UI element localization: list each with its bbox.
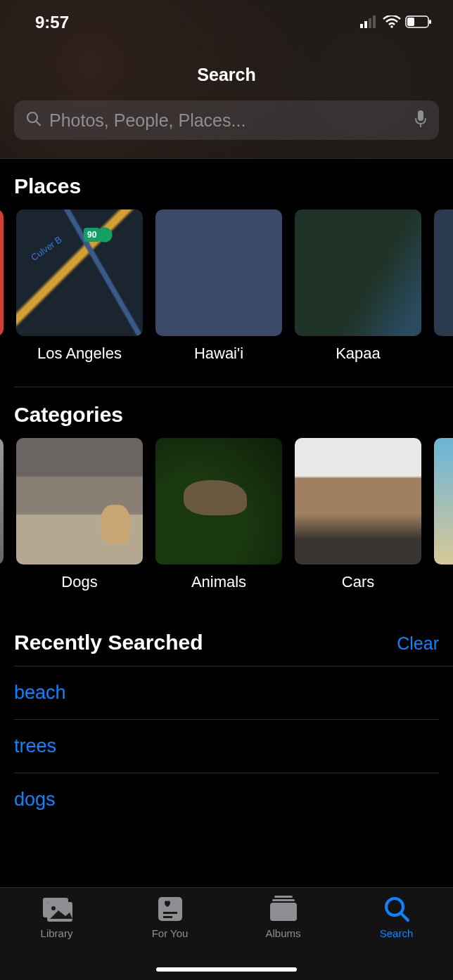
category-thumb [434,438,453,565]
place-label: Hawai'i [155,336,282,363]
svg-rect-0 [360,24,363,28]
categories-scroller[interactable]: Dogs Animals Cars [0,438,453,591]
search-tab-icon [381,895,412,923]
category-thumb [155,438,282,565]
place-thumb [295,209,421,336]
recent-item[interactable]: trees [14,720,439,773]
svg-rect-17 [163,912,177,914]
svg-rect-21 [270,903,297,921]
place-thumb [155,209,282,336]
category-thumb [16,438,143,565]
place-tile[interactable]: 90 Culver B Los Angeles [16,209,143,363]
place-label: Los Angeles [16,336,143,363]
svg-line-9 [36,121,40,125]
category-tile[interactable]: Cars [295,438,421,591]
tab-label: Albums [265,927,300,939]
category-tile[interactable]: Dogs [16,438,143,591]
place-thumb: 90 Culver B [16,209,143,336]
category-thumb [0,438,4,565]
places-scroller[interactable]: 90 Culver B Los Angeles Hawai'i Kapaa [0,209,453,363]
svg-rect-18 [163,916,172,918]
svg-rect-2 [369,18,371,28]
place-thumb [0,209,4,336]
battery-icon [405,13,432,32]
svg-rect-10 [418,110,423,121]
status-indicators [360,13,432,32]
recent-header: Recently Searched Clear [0,591,453,666]
categories-title: Categories [14,403,123,427]
search-icon [25,110,42,130]
place-tile-peek[interactable] [0,209,4,363]
wifi-icon [383,13,401,32]
svg-rect-3 [373,15,376,28]
category-label: Animals [155,565,282,591]
recent-title: Recently Searched [14,631,203,655]
tab-label: Search [380,927,414,939]
svg-rect-6 [407,18,414,26]
places-header: Places [0,159,453,209]
svg-point-4 [390,25,393,28]
cell-signal-icon [360,13,378,32]
page-title: Search [0,35,453,101]
place-tile-peek[interactable] [434,209,453,363]
svg-rect-19 [274,896,293,898]
tab-search[interactable]: Search [340,895,453,980]
recent-list: beach trees dogs [0,666,453,826]
map-route-badge: 90 [84,228,100,242]
category-thumb [295,438,421,565]
tab-label: Library [41,927,73,939]
recent-item[interactable]: beach [14,666,439,720]
library-icon [42,895,72,923]
place-label: Kapaa [295,336,421,363]
tab-bar: Library For You Albums Search [0,887,453,980]
category-tile-peek[interactable] [434,438,453,591]
place-tile[interactable]: Hawai'i [155,209,282,363]
categories-header: Categories [0,387,453,438]
category-label: Dogs [16,565,143,591]
mic-icon[interactable] [414,110,428,131]
places-title: Places [14,174,81,198]
map-label: Culver B [29,234,63,263]
category-tile-peek[interactable] [0,438,4,591]
albums-icon [268,895,299,923]
place-thumb [434,209,453,336]
svg-rect-20 [272,899,295,901]
recent-item[interactable]: dogs [14,773,439,826]
category-label: Cars [295,565,421,591]
status-time: 9:57 [35,13,69,32]
svg-line-23 [401,913,408,920]
svg-rect-1 [364,21,367,28]
svg-rect-7 [429,20,431,24]
foryou-icon [155,895,186,923]
clear-button[interactable]: Clear [397,633,439,654]
search-field[interactable] [14,101,439,140]
tab-library[interactable]: Library [0,895,113,980]
home-indicator[interactable] [156,967,297,972]
category-tile[interactable]: Animals [155,438,282,591]
status-bar: 9:57 [0,0,453,35]
search-input[interactable] [49,110,407,131]
tab-label: For You [152,927,189,939]
svg-point-15 [51,906,56,910]
place-tile[interactable]: Kapaa [295,209,421,363]
